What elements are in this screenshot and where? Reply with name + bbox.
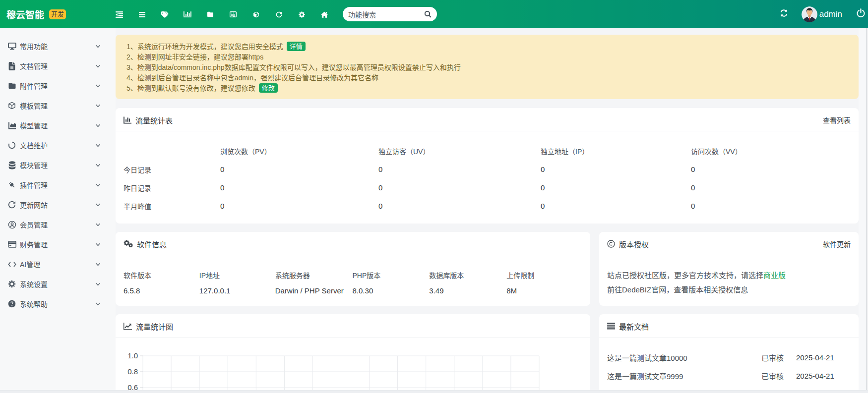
svg-text:1.0: 1.0 [127,351,138,360]
svg-text:0.8: 0.8 [127,367,138,376]
